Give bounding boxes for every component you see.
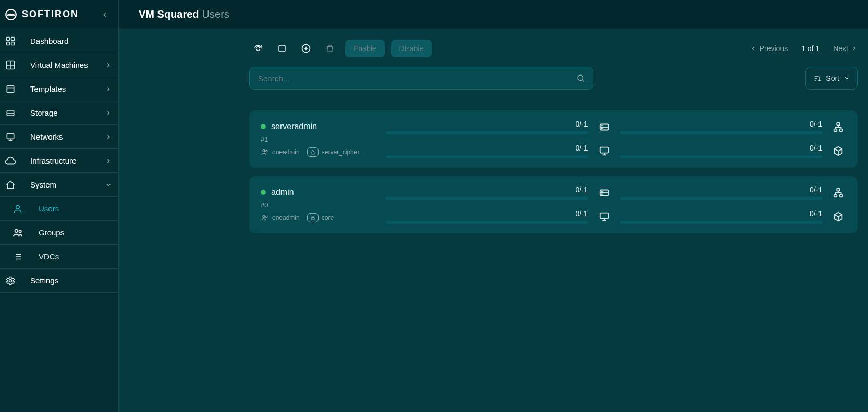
brand-logo: SOFTIRON	[4, 8, 79, 21]
search-input[interactable]	[257, 73, 576, 83]
brand-name: SOFTIRON	[22, 9, 79, 20]
sidebar-item-system[interactable]: System	[0, 173, 118, 197]
network-icon	[830, 187, 846, 198]
next-label: Next	[833, 44, 848, 53]
datastore-icon	[596, 187, 612, 198]
stat-image-value: 0/-1	[810, 144, 822, 152]
svg-rect-25	[600, 147, 608, 153]
svg-rect-18	[311, 152, 314, 154]
svg-rect-34	[840, 195, 843, 197]
sidebar-collapse-button[interactable]	[97, 7, 112, 22]
chevron-right-icon	[105, 133, 112, 141]
disable-button[interactable]: Disable	[391, 40, 432, 57]
stat-network-value: 0/-1	[810, 120, 822, 128]
sidebar-item-label: Storage	[30, 108, 105, 117]
sidebar-item-virtual-machines[interactable]: Virtual Machines	[0, 53, 118, 77]
previous-button[interactable]: Previous	[750, 44, 788, 53]
user-auth-label: server_cipher	[322, 148, 360, 156]
svg-rect-1	[7, 37, 10, 40]
sidebar: Dashboard Virtual Machines Templates	[0, 29, 119, 412]
svg-rect-8	[7, 133, 14, 139]
chevron-right-icon	[105, 157, 112, 165]
sidebar-item-users[interactable]: Users	[0, 197, 118, 221]
storage-icon	[4, 108, 17, 118]
stat-image-value: 0/-1	[810, 209, 822, 218]
delete-button[interactable]	[321, 40, 339, 57]
templates-icon	[4, 84, 17, 94]
sort-icon	[813, 74, 822, 82]
sort-label: Sort	[826, 74, 839, 82]
list-icon	[11, 252, 24, 261]
breadcrumb-leaf: Users	[202, 8, 229, 20]
svg-point-31	[601, 194, 602, 194]
sidebar-item-networks[interactable]: Networks	[0, 125, 118, 149]
svg-point-27	[266, 216, 267, 217]
svg-rect-32	[837, 189, 840, 191]
stat-vm-value: 0/-1	[575, 144, 588, 152]
stat-bar	[620, 155, 823, 158]
sidebar-item-label: Templates	[30, 84, 105, 93]
svg-point-21	[601, 128, 602, 129]
group-icon	[261, 148, 269, 156]
sidebar-item-dashboard[interactable]: Dashboard	[0, 29, 118, 53]
user-card[interactable]: admin #0 oneadmin core	[249, 176, 858, 233]
svg-point-11	[19, 230, 21, 232]
svg-rect-35	[600, 213, 608, 219]
enable-button[interactable]: Enable	[345, 40, 385, 57]
svg-point-15	[578, 75, 583, 81]
user-card[interactable]: serveradmin #1 oneadmin server_cipher	[249, 110, 858, 168]
stat-bar	[386, 197, 588, 200]
user-group-label: oneadmin	[272, 214, 300, 221]
sidebar-item-vdcs[interactable]: VDCs	[0, 245, 118, 269]
user-id: #0	[261, 201, 386, 209]
svg-point-17	[266, 150, 267, 152]
sidebar-item-label: Infrastructure	[30, 156, 105, 165]
datastore-icon	[596, 121, 612, 133]
enable-button-label: Enable	[353, 44, 376, 53]
cube-icon	[830, 145, 846, 157]
refresh-button[interactable]	[249, 40, 267, 57]
sidebar-item-infrastructure[interactable]: Infrastructure	[0, 149, 118, 173]
chevron-right-icon	[105, 109, 112, 117]
add-user-button[interactable]	[297, 40, 315, 57]
svg-rect-6	[7, 85, 14, 92]
page-info: 1 of 1	[801, 44, 820, 53]
stat-network-value: 0/-1	[810, 185, 822, 194]
sidebar-item-settings[interactable]: Settings	[0, 269, 118, 293]
sidebar-item-storage[interactable]: Storage	[0, 101, 118, 125]
sidebar-item-groups[interactable]: Groups	[0, 221, 118, 245]
svg-point-30	[601, 191, 602, 192]
lock-icon	[307, 147, 319, 157]
svg-point-12	[9, 279, 12, 282]
gear-icon	[4, 276, 17, 286]
user-icon	[11, 204, 24, 214]
user-auth: core	[307, 213, 334, 222]
previous-label: Previous	[760, 44, 788, 53]
group-icon	[11, 227, 24, 239]
vm-icon	[4, 60, 17, 70]
networks-icon	[4, 132, 17, 142]
svg-rect-22	[837, 123, 840, 126]
chevron-right-icon	[105, 85, 112, 93]
user-auth-label: core	[322, 214, 334, 221]
svg-rect-2	[11, 37, 15, 40]
select-all-checkbox[interactable]	[273, 40, 291, 57]
svg-point-10	[15, 229, 18, 232]
search-icon	[576, 73, 585, 83]
svg-rect-33	[834, 195, 837, 197]
next-button[interactable]: Next	[833, 44, 858, 53]
breadcrumb: VM Squared Users	[119, 0, 868, 29]
search-box[interactable]	[249, 67, 593, 90]
chevron-right-icon	[105, 61, 112, 69]
sidebar-item-label: Settings	[30, 276, 112, 285]
monitor-icon	[596, 145, 612, 157]
system-icon	[4, 180, 17, 190]
sort-button[interactable]: Sort	[805, 67, 858, 90]
sidebar-item-templates[interactable]: Templates	[0, 77, 118, 101]
chevron-down-icon	[105, 181, 112, 189]
svg-point-26	[263, 215, 265, 217]
stat-bar	[620, 221, 823, 224]
user-name: admin	[271, 188, 294, 197]
sidebar-item-label: Networks	[30, 132, 105, 141]
sidebar-item-label: Groups	[39, 228, 64, 237]
